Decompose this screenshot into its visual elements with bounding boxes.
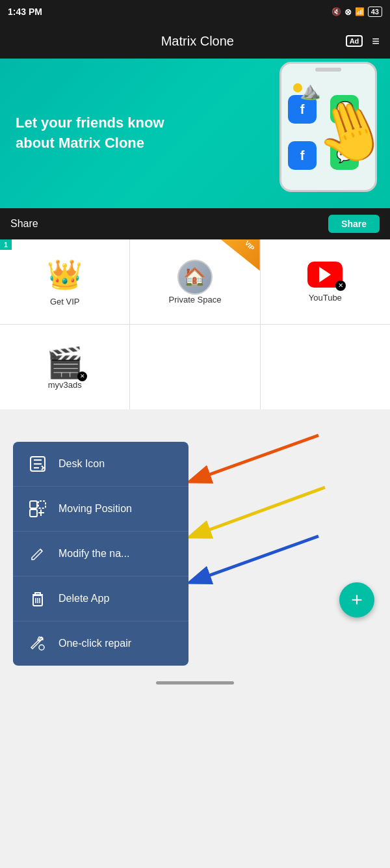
context-menu-one-click-repair[interactable]: One-click repair (13, 621, 188, 666)
app-cell-youtube[interactable]: ✕ YouTube (261, 239, 390, 324)
share-button[interactable]: Share (328, 215, 380, 233)
top-bar-icons: Ad ≡ (346, 34, 380, 49)
badge-1: 1 (0, 239, 12, 250)
moving-position-icon (26, 497, 49, 521)
desk-icon-label: Desk Icon (58, 458, 105, 470)
banner: Let your friends know about Matrix Clone… (0, 59, 390, 208)
app-cell-myv3ads[interactable]: 🎬 ✕ myv3ads (0, 325, 129, 409)
context-menu-moving-position[interactable]: Moving Position (13, 487, 188, 532)
svg-rect-6 (30, 509, 37, 517)
play-icon (319, 267, 331, 282)
mute-icon: 🔇 (332, 7, 341, 16)
top-bar: Matrix Clone Ad ≡ (0, 23, 390, 59)
vip-badge: VIP (221, 239, 260, 271)
app-name-private-space: Private Space (169, 295, 222, 305)
share-bar: Share Share (0, 208, 390, 239)
app-title: Matrix Clone (49, 34, 346, 49)
status-icons: 🔇 ⊗ 📶 43 (332, 7, 382, 17)
one-click-repair-label: One-click repair (58, 638, 131, 649)
svg-rect-5 (38, 501, 46, 508)
delete-app-icon (26, 587, 49, 610)
context-menu-modify-name[interactable]: Modify the na... (13, 532, 188, 576)
share-label: Share (10, 218, 38, 230)
app-name-get-vip: Get VIP (50, 297, 80, 306)
modify-name-label: Modify the na... (58, 548, 129, 560)
modify-name-icon (26, 542, 49, 565)
yt-close-icon: ✕ (335, 280, 346, 291)
app-cell-get-vip[interactable]: 1 👑 Get VIP (0, 239, 129, 324)
desk-icon-icon (26, 452, 49, 476)
app-cell-private-space[interactable]: VIP 🏠 Private Space (130, 239, 259, 324)
fab-button[interactable]: + (339, 582, 374, 617)
context-menu: Desk Icon Moving Position (13, 442, 188, 666)
svg-line-1 (192, 487, 325, 536)
svg-line-0 (192, 435, 318, 481)
battery-saver-icon: ⊗ (344, 7, 352, 17)
app-cell-empty-1 (130, 325, 259, 409)
context-menu-desk-icon[interactable]: Desk Icon (13, 442, 188, 487)
ad-icon[interactable]: Ad (346, 35, 363, 47)
banner-text: Let your friends know about Matrix Clone (0, 113, 214, 154)
status-time: 1:43 PM (8, 7, 42, 17)
menu-icon[interactable]: ≡ (372, 34, 380, 49)
one-click-repair-icon (26, 632, 49, 655)
phone-notch (315, 68, 341, 72)
private-space-icon: 🏠 (177, 260, 213, 295)
nav-bar (0, 670, 390, 696)
fb-icon-2: f (288, 141, 317, 170)
lower-section: Desk Icon Moving Position (0, 409, 390, 670)
app-name-myv3ads: myv3ads (48, 380, 82, 390)
status-bar: 1:43 PM 🔇 ⊗ 📶 43 (0, 0, 390, 23)
battery-icon: 43 (368, 7, 382, 17)
myv3ads-icon-wrap: 🎬 ✕ (46, 345, 83, 380)
yt-icon-wrap: ✕ (307, 262, 343, 288)
moving-position-label: Moving Position (58, 503, 132, 515)
svg-rect-4 (30, 501, 37, 508)
app-name-youtube: YouTube (309, 293, 342, 303)
delete-app-label: Delete App (58, 593, 109, 604)
myv3ads-close-icon: ✕ (77, 372, 87, 381)
wifi-icon: 📶 (355, 7, 365, 16)
app-cell-empty-2 (261, 325, 390, 409)
home-indicator (156, 681, 234, 685)
app-grid: 1 👑 Get VIP VIP 🏠 Private Space ✕ YouTub… (0, 239, 390, 409)
svg-point-11 (39, 645, 44, 650)
svg-line-2 (192, 536, 318, 582)
context-menu-delete-app[interactable]: Delete App (13, 576, 188, 621)
vip-icon: 👑 (47, 258, 83, 292)
phone-mountain: ⛰️ (300, 81, 320, 101)
